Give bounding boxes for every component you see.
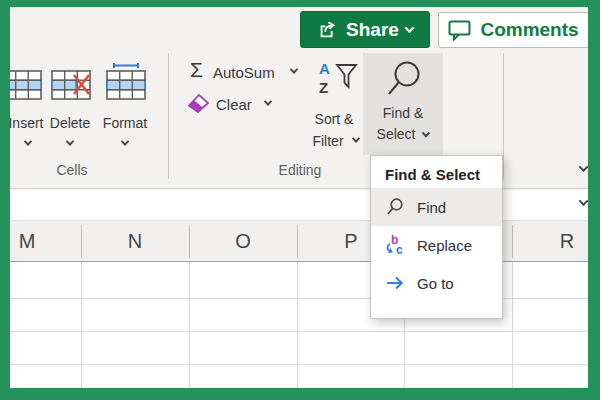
menu-item-find[interactable]: Find: [371, 188, 502, 226]
header-divider: [189, 225, 190, 258]
menu-title: Find & Select: [371, 162, 502, 188]
delete-button[interactable]: Delete: [42, 115, 98, 131]
cells-group-label: Cells: [40, 162, 104, 178]
svg-text:Z: Z: [319, 79, 328, 96]
clear-chevron-down-icon[interactable]: [264, 97, 272, 105]
collapse-ribbon-chevron-icon[interactable]: [579, 162, 588, 172]
grid-column-line: [297, 262, 298, 388]
column-header-r[interactable]: R: [539, 221, 588, 262]
column-header-m[interactable]: M: [10, 221, 55, 262]
column-header-o[interactable]: O: [215, 221, 271, 262]
svg-text:c: c: [396, 243, 403, 256]
editing-group-label: Editing: [270, 162, 330, 178]
grid-row-line: [10, 331, 588, 332]
grid-column-line: [189, 262, 190, 388]
header-divider: [81, 225, 82, 258]
replace-swap-icon: b c: [384, 234, 406, 256]
insert-cells-icon: [10, 67, 42, 103]
delete-chevron-down-icon[interactable]: [66, 137, 74, 145]
svg-text:A: A: [319, 60, 330, 77]
format-button[interactable]: Format: [97, 115, 153, 131]
insert-chevron-down-icon[interactable]: [24, 137, 32, 145]
group-divider: [168, 53, 169, 179]
autosum-sigma-icon: Σ: [190, 58, 203, 82]
find-select-chevron-down-icon: [422, 129, 430, 137]
find-select-dropdown-menu: Find & Select Find b c: [370, 155, 503, 319]
find-select-label-line2: Select: [377, 124, 430, 145]
group-divider: [503, 53, 504, 179]
menu-item-replace[interactable]: b c Replace: [371, 226, 502, 264]
grid-row-line: [10, 364, 588, 365]
clear-button[interactable]: Clear: [216, 96, 252, 113]
screenshot-green-frame: Share Comments Insert: [0, 0, 600, 400]
menu-item-goto[interactable]: Go to: [371, 264, 502, 302]
find-select-label-text: Select: [377, 126, 416, 142]
column-header-n[interactable]: N: [107, 221, 163, 262]
excel-window: Share Comments Insert: [10, 7, 588, 388]
menu-item-label: Go to: [417, 275, 454, 292]
menu-item-label: Find: [417, 199, 446, 216]
autosum-chevron-down-icon[interactable]: [290, 65, 298, 73]
find-select-label-line1: Find &: [383, 103, 423, 124]
sort-filter-az-funnel-icon: A Z: [316, 59, 358, 99]
clear-eraser-icon: [187, 92, 211, 114]
grid-column-line: [81, 262, 82, 388]
find-select-button-pressed[interactable]: Find & Select: [363, 53, 443, 155]
format-chevron-down-icon[interactable]: [121, 137, 129, 145]
menu-item-label: Replace: [417, 237, 472, 254]
grid-column-line: [512, 262, 513, 388]
header-divider: [297, 225, 298, 258]
header-divider: [512, 225, 513, 258]
autosum-button[interactable]: AutoSum: [213, 64, 275, 81]
delete-cells-icon: [51, 67, 91, 103]
find-select-magnifier-icon: [384, 59, 422, 103]
format-cells-icon: [106, 63, 146, 103]
magnifier-icon: [384, 197, 406, 217]
formula-bar-expand-chevron-icon[interactable]: [579, 196, 588, 206]
goto-arrow-icon: [384, 273, 406, 293]
sort-filter-button[interactable]: Sort &: [304, 111, 364, 127]
sort-filter-button-line2[interactable]: Filter: [298, 133, 358, 149]
